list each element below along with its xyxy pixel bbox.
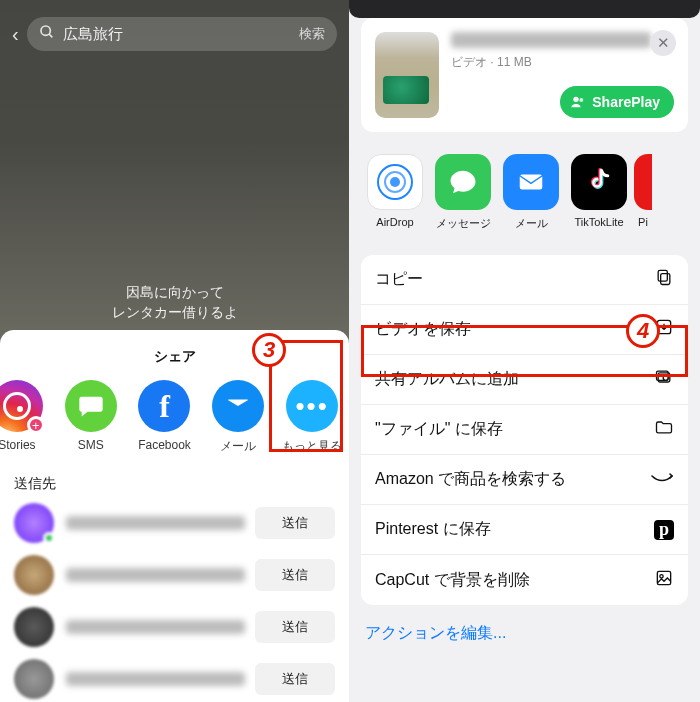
action-label: コピー xyxy=(375,269,650,290)
edit-actions-link[interactable]: アクションを編集... xyxy=(361,619,688,648)
send-button[interactable]: 送信 xyxy=(255,611,335,643)
app-item-airdrop[interactable]: AirDrop xyxy=(361,154,429,231)
svg-line-1 xyxy=(49,34,52,37)
action-pinterest[interactable]: Pinterest に保存 p xyxy=(361,505,688,555)
search-action[interactable]: 検索 xyxy=(299,25,325,43)
action-label: CapCut で背景を削除 xyxy=(375,570,650,591)
send-button[interactable]: 送信 xyxy=(255,663,335,695)
messages-icon xyxy=(435,154,491,210)
sms-icon xyxy=(65,380,117,432)
pinterest-badge-icon: p xyxy=(650,519,674,540)
caption-line: レンタカー借りるよ xyxy=(0,304,349,322)
contact-name xyxy=(66,516,245,530)
share-item-sms[interactable]: SMS xyxy=(54,380,128,455)
file-card: ビデオ · 11 MB ✕ SharePlay xyxy=(361,18,688,132)
svg-point-2 xyxy=(574,97,579,102)
presence-indicator xyxy=(43,532,55,544)
action-label: Pinterest に保存 xyxy=(375,519,650,540)
svg-point-0 xyxy=(41,26,50,35)
tiktok-icon xyxy=(571,154,627,210)
share-label: メール xyxy=(201,438,275,455)
annotation-step-badge: 3 xyxy=(252,333,286,367)
back-icon[interactable]: ‹ xyxy=(12,23,19,46)
avatar xyxy=(14,503,54,543)
pinterest-icon xyxy=(634,154,652,210)
contact-row[interactable]: 送信 xyxy=(0,497,349,549)
actions-list: コピー ビデオを保存 共有アルバムに追加 "ファイル" に保存 Amazon で… xyxy=(361,255,688,605)
contact-row[interactable]: 送信 xyxy=(0,601,349,653)
app-label: メール xyxy=(497,216,565,231)
contact-name xyxy=(66,568,245,582)
svg-point-12 xyxy=(660,574,663,577)
share-item-facebook[interactable]: f Facebook xyxy=(128,380,202,455)
folder-icon xyxy=(650,417,674,442)
file-name xyxy=(451,32,651,48)
send-title: 送信先 xyxy=(0,463,349,497)
action-capcut[interactable]: CapCut で背景を削除 xyxy=(361,555,688,605)
copy-icon xyxy=(650,267,674,292)
svg-rect-6 xyxy=(658,270,667,281)
app-row: AirDrop メッセージ メール TikTokLite xyxy=(361,150,688,237)
avatar xyxy=(14,555,54,595)
share-item-stories[interactable]: + Stories xyxy=(0,380,54,455)
airdrop-icon xyxy=(367,154,423,210)
app-item-messages[interactable]: メッセージ xyxy=(429,154,497,231)
right-panel: ビデオ · 11 MB ✕ SharePlay AirDrop メッセージ xyxy=(349,0,700,702)
facebook-icon: f xyxy=(138,380,190,432)
app-label: TikTokLite xyxy=(565,216,633,228)
share-label: SMS xyxy=(54,438,128,452)
app-label: メッセージ xyxy=(429,216,497,231)
share-label: Facebook xyxy=(128,438,202,452)
contact-row[interactable]: 送信 xyxy=(0,653,349,702)
search-icon xyxy=(39,24,55,44)
action-label: "ファイル" に保存 xyxy=(375,419,650,440)
avatar xyxy=(14,607,54,647)
contact-name xyxy=(66,620,245,634)
annotation-step-badge: 4 xyxy=(626,314,660,348)
app-label: Pi xyxy=(633,216,653,228)
svg-point-3 xyxy=(580,98,584,102)
search-query: 広島旅行 xyxy=(63,25,291,44)
svg-rect-5 xyxy=(661,274,670,285)
file-subtitle: ビデオ · 11 MB xyxy=(451,54,674,71)
image-icon xyxy=(650,568,674,593)
caption-line: 因島に向かって xyxy=(0,284,349,302)
share-item-mail[interactable]: メール xyxy=(201,380,275,455)
instagram-stories-icon: + xyxy=(0,380,43,432)
search-bar: ‹ 広島旅行 検索 xyxy=(12,16,337,52)
mail-icon xyxy=(212,380,264,432)
background-peek xyxy=(349,0,700,18)
app-item-tiktok[interactable]: TikTokLite xyxy=(565,154,633,231)
action-amazon[interactable]: Amazon で商品を検索する xyxy=(361,455,688,505)
search-field[interactable]: 広島旅行 検索 xyxy=(27,17,337,51)
action-save-files[interactable]: "ファイル" に保存 xyxy=(361,405,688,455)
contact-name xyxy=(66,672,245,686)
send-button[interactable]: 送信 xyxy=(255,559,335,591)
contact-row[interactable]: 送信 xyxy=(0,549,349,601)
close-button[interactable]: ✕ xyxy=(650,30,676,56)
send-button[interactable]: 送信 xyxy=(255,507,335,539)
action-copy[interactable]: コピー xyxy=(361,255,688,305)
svg-rect-4 xyxy=(520,175,543,190)
amazon-icon xyxy=(650,469,674,490)
shareplay-label: SharePlay xyxy=(592,94,660,110)
app-item-pinterest-peek[interactable]: Pi xyxy=(633,154,653,231)
svg-rect-11 xyxy=(657,571,670,584)
share-label: Stories xyxy=(0,438,54,452)
video-caption: 因島に向かって レンタカー借りるよ xyxy=(0,282,349,324)
app-label: AirDrop xyxy=(361,216,429,228)
app-item-mail[interactable]: メール xyxy=(497,154,565,231)
avatar xyxy=(14,659,54,699)
shareplay-button[interactable]: SharePlay xyxy=(560,86,674,118)
video-thumbnail[interactable] xyxy=(375,32,439,118)
mail-app-icon xyxy=(503,154,559,210)
shareplay-icon xyxy=(570,94,586,110)
action-label: Amazon で商品を検索する xyxy=(375,469,650,490)
left-panel: ‹ 広島旅行 検索 因島に向かって レンタカー借りるよ シェア am + Sto… xyxy=(0,0,349,702)
